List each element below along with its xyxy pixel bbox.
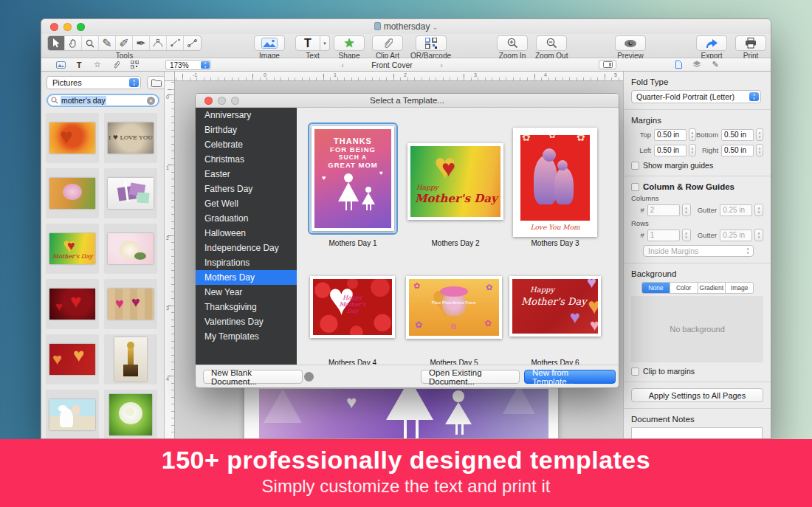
open-existing-document-button[interactable]: Open Existing Document... [421, 370, 520, 384]
insert-shape-shortcut[interactable]: ☆ [92, 60, 103, 69]
qr-barcode-button[interactable]: QR/Barcode [410, 35, 451, 60]
search-field[interactable]: mother's day ✕ [47, 94, 159, 107]
insert-image-shortcut[interactable] [55, 60, 66, 69]
choose-folder-button[interactable] [147, 76, 165, 89]
margin-top-input[interactable] [654, 129, 687, 141]
background-tab-gradient[interactable]: Gradient [698, 283, 726, 293]
pan-tool[interactable] [65, 36, 82, 50]
margin-left-stepper[interactable]: ∧∨ [689, 144, 696, 156]
text-button[interactable]: T ▼ Text [295, 35, 330, 60]
category-valentines-day[interactable]: Valentines Day [196, 314, 297, 329]
line-tool[interactable] [184, 36, 201, 50]
rows-stepper[interactable]: ∧∨ [682, 229, 691, 241]
template-mothers-day-3[interactable]: ✿ ✿ ✿ Love You Mom [513, 128, 597, 237]
background-tab-image[interactable]: Image [726, 283, 753, 293]
edit-tab-icon[interactable]: ✎ [709, 60, 721, 69]
columns-stepper[interactable]: ∧∨ [682, 204, 691, 216]
template-mothers-day-6[interactable]: Happy Mother's Day ♥ ♥ ♥ ♥ [509, 276, 601, 337]
window-titlebar[interactable]: mothersday ⌄ [41, 19, 771, 34]
category-inspirations[interactable]: Inspirations [196, 255, 297, 270]
thumbnail-trophy[interactable] [104, 334, 157, 384]
template-mothers-day-5[interactable]: ♥ Place Photo Behind Frame ✿ ✿ ✿ ✿ ✿ [406, 276, 502, 339]
margin-bottom-stepper[interactable]: ∧∨ [756, 128, 763, 141]
row-gutter-input[interactable] [720, 230, 752, 241]
category-mothers-day[interactable]: Mothers Day [196, 270, 297, 285]
category-easter[interactable]: Easter [196, 167, 297, 182]
column-gutter-stepper[interactable]: ∧∨ [754, 204, 763, 216]
margin-top-stepper[interactable]: ∧∨ [689, 128, 696, 141]
thumbnail-mother-baby[interactable] [46, 390, 99, 438]
fold-type-select[interactable]: Quarter-Fold Portrait (Letter) ∧∨ [631, 90, 761, 103]
apply-settings-button[interactable]: Apply Settings to All Pages [631, 388, 763, 402]
category-fathers-day[interactable]: Fathers Day [196, 182, 297, 196]
margin-right-input[interactable] [721, 145, 754, 156]
thumbnail-orange-hearts[interactable]: ♥ ♥ [46, 334, 99, 384]
export-button[interactable]: Export [696, 35, 727, 60]
thumbnail-valentine-dark[interactable]: ♥ ♥ [46, 279, 99, 329]
insert-text-shortcut[interactable]: T [73, 60, 85, 69]
template-mothers-day-1[interactable]: THANKS FOR BEING SUCH A GREAT MOM ♥ ♥ [308, 123, 398, 235]
bezier-tool[interactable] [150, 36, 167, 50]
category-graduation[interactable]: Graduation [196, 211, 297, 226]
select-tool[interactable] [48, 36, 65, 50]
dialog-titlebar[interactable]: Select a Template... [196, 94, 619, 108]
text-dropdown-arrow[interactable]: ▼ [320, 35, 330, 51]
clipart-button[interactable]: Clip Art [372, 35, 403, 60]
layers-tab-icon[interactable] [691, 60, 703, 69]
thumbnail-love-note[interactable]: I ♥ LOVE YOU [104, 113, 157, 163]
margin-left-input[interactable] [654, 145, 687, 156]
category-independence-day[interactable]: Independence Day [196, 241, 297, 255]
shape-button[interactable]: ★ Shape [334, 35, 365, 60]
margin-right-stepper[interactable]: ∧∨ [756, 144, 763, 156]
insert-clipart-shortcut[interactable] [110, 60, 122, 69]
thumbnail-gift-boxes[interactable] [104, 168, 157, 218]
zoom-out-button[interactable]: Zoom Out [535, 35, 568, 60]
print-button[interactable]: Print [735, 35, 766, 60]
category-thanksgiving[interactable]: Thanksgiving [196, 300, 297, 314]
category-birthday[interactable]: Birthday [196, 123, 297, 137]
add-anchor-tool[interactable] [167, 36, 184, 50]
zoom-select-stepper[interactable]: ∧∨ [201, 61, 210, 69]
thumbnail-orange-heart[interactable]: ♥ [46, 113, 99, 163]
guides-scope-select[interactable]: Inside Margins ∧∨ [643, 245, 754, 257]
marker-tool[interactable]: ✒ [133, 36, 150, 50]
search-input[interactable]: mother's day [61, 96, 106, 105]
column-gutter-input[interactable] [720, 204, 752, 216]
rows-count-input[interactable] [647, 230, 680, 241]
pencil-tool[interactable]: ✎ [99, 36, 116, 50]
zoom-level-select[interactable]: 173% ∧∨ [165, 60, 211, 70]
category-new-year[interactable]: New Year [196, 285, 297, 300]
document-notes-input[interactable] [631, 427, 763, 438]
template-mothers-day-4[interactable]: ♥ HappyMother'sDay [310, 276, 395, 338]
template-mothers-day-2[interactable]: ♥ ♥ Happy Mother's Day [407, 143, 503, 220]
thumbnail-white-rose[interactable] [104, 224, 157, 274]
category-my-templates[interactable]: My Templates [196, 329, 297, 344]
show-margin-guides-checkbox[interactable] [631, 162, 639, 170]
prev-page-button[interactable]: ‹ [337, 61, 348, 69]
category-christmas[interactable]: Christmas [196, 152, 297, 167]
preview-button[interactable]: Preview [615, 35, 646, 60]
zoom-tool[interactable] [82, 36, 99, 50]
background-tab-color[interactable]: Color [670, 283, 698, 293]
new-from-template-button[interactable]: New from Template... [524, 370, 616, 384]
thumbnail-mothersday-card[interactable]: ♥ ♥ Mother's Day [46, 224, 99, 274]
panel-toggle-button[interactable] [599, 60, 616, 69]
row-gutter-stepper[interactable]: ∧∨ [754, 229, 763, 241]
media-source-select[interactable]: Pictures ∧∨ [47, 76, 141, 89]
zoom-in-button[interactable]: Zoom In [497, 35, 528, 60]
category-anniversary[interactable]: Anniversary [196, 108, 297, 123]
category-celebrate[interactable]: Celebrate [196, 137, 297, 152]
thumbnail-pink-flowers[interactable] [46, 168, 99, 218]
image-button[interactable]: Image [254, 35, 285, 60]
clip-to-margins-checkbox[interactable] [631, 368, 639, 376]
background-tab-none[interactable]: None [642, 283, 670, 293]
chevron-down-icon[interactable]: ⌄ [433, 24, 438, 31]
column-row-guides-checkbox[interactable] [631, 183, 639, 191]
category-get-well[interactable]: Get Well [196, 196, 297, 211]
clear-search-button[interactable]: ✕ [147, 97, 155, 105]
document-page[interactable]: ♥ [244, 382, 558, 438]
document-tab-icon[interactable] [672, 60, 684, 69]
thumbnail-white-roses[interactable] [104, 390, 157, 438]
thumbnail-hearts-wood[interactable]: ♥ ♥ [104, 279, 157, 329]
margin-bottom-input[interactable] [721, 129, 754, 141]
